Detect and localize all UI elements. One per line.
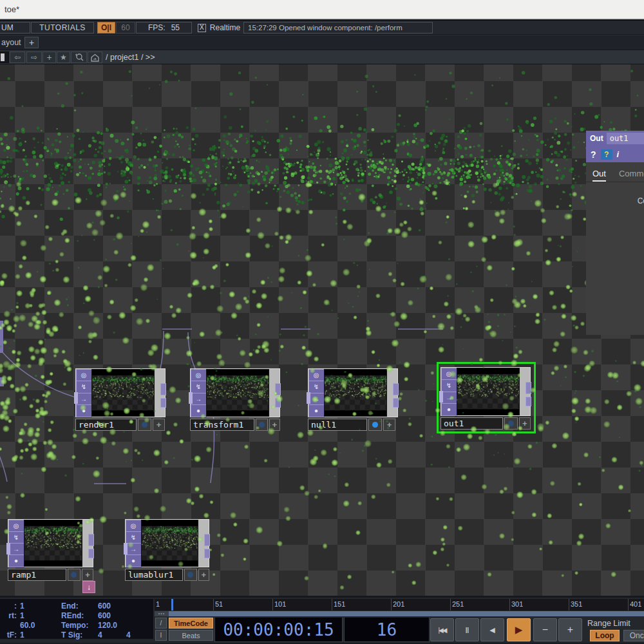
fps-readout[interactable]: FPS: 55 xyxy=(136,22,192,33)
settings-value[interactable]: 60.0 xyxy=(20,621,35,630)
node-display-icon[interactable]: ◎ xyxy=(191,369,207,382)
settings-value[interactable]: 4 xyxy=(126,630,131,639)
node-name-label[interactable]: ramp1 xyxy=(8,569,66,581)
timecode-mode-button[interactable]: TimeCode xyxy=(169,618,213,629)
node-viewer-toggle[interactable] xyxy=(504,417,517,430)
timecode-option-button[interactable]: / xyxy=(155,618,167,629)
node-arrow-icon[interactable]: → xyxy=(441,392,457,404)
input-connector[interactable] xyxy=(6,543,10,554)
node-bomb-icon[interactable]: ● xyxy=(191,404,207,417)
add-layout-tab-button[interactable]: + xyxy=(24,37,39,48)
help-icon[interactable]: ? xyxy=(591,149,596,160)
breadcrumb[interactable]: / project1 / >> xyxy=(106,53,155,62)
node-viewer-toggle[interactable] xyxy=(68,569,80,581)
node-preview[interactable] xyxy=(206,369,269,417)
node-out1[interactable]: ◎ ↯ → ● out1 + xyxy=(440,367,531,430)
output-connector[interactable] xyxy=(88,534,94,546)
input-connector[interactable] xyxy=(439,391,443,402)
node-arrow-icon[interactable]: → xyxy=(126,543,142,555)
node-viewer-toggle[interactable] xyxy=(368,419,382,431)
op-name-field[interactable]: out1 xyxy=(607,133,644,144)
tab-common[interactable]: Common xyxy=(619,169,644,182)
output-connector[interactable] xyxy=(204,549,210,558)
loop-button[interactable]: Loop xyxy=(590,630,620,641)
node-render1[interactable]: ◎ ↯ → ● render1 + xyxy=(75,368,166,431)
node-preview[interactable] xyxy=(324,369,387,417)
node-body[interactable]: ◎ ↯ → ● xyxy=(125,519,209,567)
timeline-ruler[interactable]: 151101151201251301351401 xyxy=(155,599,644,611)
settings-value[interactable]: 600 xyxy=(98,611,111,620)
output-connector[interactable] xyxy=(160,383,166,395)
node-arrow-icon[interactable]: → xyxy=(308,393,325,406)
output-connector[interactable] xyxy=(526,382,531,394)
node-name-label[interactable]: null1 xyxy=(308,419,367,431)
settings-value[interactable]: 4 xyxy=(98,630,102,639)
forward-button[interactable]: ⇨ xyxy=(26,52,42,63)
back-button[interactable]: ⇦ xyxy=(10,52,25,63)
home-button[interactable] xyxy=(88,52,102,63)
node-display-icon[interactable]: ◎ xyxy=(126,520,142,532)
node-flag-plus-button[interactable]: + xyxy=(82,569,93,581)
alt-rate-value[interactable]: 60 xyxy=(116,22,135,33)
node-flag-plus-button[interactable]: + xyxy=(269,419,280,431)
network-search-button[interactable] xyxy=(71,52,87,63)
node-bomb-icon[interactable]: ● xyxy=(126,554,142,567)
beats-mode-button[interactable]: Beats xyxy=(169,630,213,641)
node-bomb-icon[interactable]: ● xyxy=(8,554,24,567)
node-bomb-icon[interactable]: ● xyxy=(76,404,92,417)
timeline-rangebar[interactable]: ••• xyxy=(155,611,644,616)
speed-minus-button[interactable]: − xyxy=(533,618,557,641)
node-ramp1[interactable]: ◎ ↯ → ● ramp1 + ↓ xyxy=(8,519,93,581)
tutorials-link[interactable]: TUTORIALS xyxy=(31,22,94,33)
range-fill[interactable] xyxy=(169,611,644,616)
realtime-toggle[interactable]: X Realtime xyxy=(194,22,243,33)
jump-to-start-button[interactable]: |◀◀ xyxy=(430,618,454,641)
node-flag-plus-button[interactable]: + xyxy=(383,419,395,431)
node-name-label[interactable]: transform1 xyxy=(190,419,254,431)
python-help-icon[interactable]: ? xyxy=(601,149,612,160)
once-button[interactable]: Once xyxy=(623,630,644,641)
parameter-dialog[interactable]: Out out1 ? ? i Out Common Co xyxy=(586,131,644,335)
forum-link[interactable]: UM xyxy=(0,22,30,33)
node-viewer-toggle[interactable] xyxy=(256,419,268,431)
node-preview[interactable] xyxy=(24,520,82,567)
node-lightning-icon[interactable]: ↯ xyxy=(308,381,325,393)
node-display-icon[interactable]: ◎ xyxy=(441,368,457,381)
oi-toggle[interactable]: O|I xyxy=(97,22,115,33)
node-null1[interactable]: ◎ ↯ → ● null1 + xyxy=(308,368,398,431)
input-connector[interactable] xyxy=(74,392,78,404)
node-arrow-icon[interactable]: → xyxy=(76,393,92,406)
node-flag-plus-button[interactable]: + xyxy=(198,569,209,581)
output-connector[interactable] xyxy=(526,397,531,406)
node-lightning-icon[interactable]: ↯ xyxy=(441,379,457,392)
output-connector[interactable] xyxy=(275,383,281,395)
node-body[interactable]: ◎ ↯ → ● xyxy=(8,519,93,567)
pane-split-icon[interactable] xyxy=(0,52,9,63)
range-handle[interactable]: ••• xyxy=(155,611,169,616)
node-preview[interactable] xyxy=(91,369,155,417)
node-lightning-icon[interactable]: ↯ xyxy=(191,381,207,393)
network-editor[interactable]: ◎ ↯ → ● render1 + ◎ ↯ → ● xyxy=(0,64,644,596)
marker-option-button[interactable]: I xyxy=(155,630,167,641)
node-flag-plus-button[interactable]: + xyxy=(153,419,165,431)
settings-value[interactable]: 1 xyxy=(20,630,24,639)
node-body[interactable]: ◎ ↯ → ● xyxy=(440,367,531,416)
node-body[interactable]: ◎ ↯ → ● xyxy=(190,368,280,417)
settings-value[interactable]: 600 xyxy=(98,601,111,611)
input-connector[interactable] xyxy=(189,392,193,404)
realtime-checkbox[interactable]: X xyxy=(198,24,206,32)
node-bomb-icon[interactable]: ● xyxy=(308,404,325,417)
info-icon[interactable]: i xyxy=(617,149,620,159)
node-transform1[interactable]: ◎ ↯ → ● transform1 + xyxy=(190,368,280,431)
play-button[interactable]: ▶ xyxy=(507,618,531,641)
export-arrow-button[interactable]: ↓ xyxy=(82,581,95,593)
output-connector[interactable] xyxy=(160,398,166,408)
node-display-icon[interactable]: ◎ xyxy=(8,520,24,532)
input-connector[interactable] xyxy=(307,392,310,404)
tab-out[interactable]: Out xyxy=(592,169,606,182)
step-back-button[interactable]: ◀ xyxy=(480,618,504,641)
node-lightning-icon[interactable]: ↯ xyxy=(76,381,92,393)
timeline-settings[interactable]: : 1 End: 600 rt: 1 REnd: 600 60.0 Tempo:… xyxy=(0,599,153,639)
window-titlebar[interactable]: toe* xyxy=(0,0,644,19)
output-connector[interactable] xyxy=(88,549,94,558)
